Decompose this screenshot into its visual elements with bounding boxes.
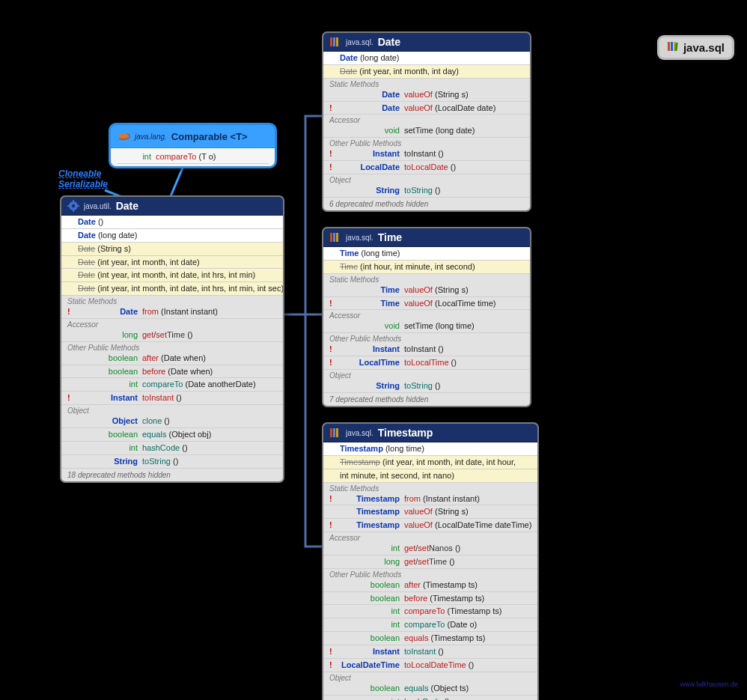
section-header: Other Public Methods xyxy=(323,569,537,579)
package-badge-label: java.sql xyxy=(683,41,725,54)
constructor-row: Date (int year, int month, int date, int… xyxy=(61,269,283,282)
section-header: Object xyxy=(323,174,530,184)
section-header: Object xyxy=(61,405,283,415)
constructor-row: Time (long time) xyxy=(323,247,530,261)
method-row: !InstanttoInstant () xyxy=(61,392,283,405)
card-header: java.sql.Date xyxy=(323,33,530,52)
method-row: booleanbefore (Timestamp ts) xyxy=(323,592,537,606)
method-row: !Datefrom (Instant instant) xyxy=(61,305,283,319)
comparable-pkg: java.lang. xyxy=(135,133,167,141)
svg-rect-9 xyxy=(73,210,74,212)
svg-rect-12 xyxy=(330,37,332,46)
method-row: intget/setNanos () xyxy=(323,542,537,556)
method-row: booleanafter (Timestamp ts) xyxy=(323,579,537,592)
method-row: !InstanttoInstant () xyxy=(323,645,537,659)
method-row: voidsetTime (long time) xyxy=(323,320,530,333)
method-row: inthashCode () xyxy=(323,696,537,701)
svg-rect-8 xyxy=(73,200,74,202)
interfaces-label: Cloneable Serializable xyxy=(58,169,108,190)
section-header: Static Methods xyxy=(323,274,530,284)
class-card-sql-time: java.sql.Time Time (long time)Time (int … xyxy=(322,227,531,407)
books-icon xyxy=(329,36,341,48)
package-badge: java.sql xyxy=(659,37,732,58)
method-row: !LocalTimetoLocalTime () xyxy=(323,356,530,370)
site-url: www.falkhausen.de xyxy=(680,681,738,688)
section-header: Accessor xyxy=(323,532,537,542)
method-row: StringtoString () xyxy=(323,380,530,393)
svg-rect-11 xyxy=(77,205,79,207)
section-header: Static Methods xyxy=(323,483,537,493)
method-row: !TimestampvalueOf (LocalDateTime dateTim… xyxy=(323,519,537,532)
method-row: longget/setTime () xyxy=(61,329,283,342)
gear-icon xyxy=(67,200,79,212)
method-row: booleanequals (Object obj) xyxy=(61,428,283,442)
method-row: TimevalueOf (String s) xyxy=(323,284,530,297)
comparable-name: Comparable xyxy=(171,131,228,142)
method-row: booleanafter (Date when) xyxy=(61,352,283,365)
svg-rect-1 xyxy=(671,42,673,51)
cup-icon xyxy=(118,130,130,143)
class-card-sql-timestamp: java.sql.Timestamp Timestamp (long time)… xyxy=(322,422,539,700)
method-row: int compareTo (T o) xyxy=(117,150,269,164)
svg-rect-18 xyxy=(330,428,332,437)
svg-rect-16 xyxy=(333,233,335,242)
svg-point-7 xyxy=(72,204,75,207)
method-row: !DatevalueOf (LocalDate date) xyxy=(323,102,530,115)
footnote: 6 deprecated methods hidden xyxy=(323,198,530,210)
section-header: Other Public Methods xyxy=(61,342,283,352)
constructor-row: Date (String s) xyxy=(61,243,283,256)
method-row: !LocalDateTimetoLocalDateTime () xyxy=(323,659,537,672)
constructor-row: Date (long date) xyxy=(61,229,283,243)
svg-rect-5 xyxy=(120,133,127,139)
section-header: Object xyxy=(323,672,537,682)
books-icon xyxy=(329,427,341,439)
method-row: intcompareTo (Timestamp ts) xyxy=(323,605,537,618)
svg-rect-14 xyxy=(336,37,338,46)
svg-rect-19 xyxy=(333,428,335,437)
svg-rect-0 xyxy=(668,42,670,51)
constructor-row: Date () xyxy=(61,216,283,229)
section-header: Static Methods xyxy=(61,296,283,305)
constructor-row: Date (int year, int month, int date) xyxy=(61,256,283,270)
method-row: StringtoString () xyxy=(323,184,530,198)
method-row: intcompareTo (Date anotherDate) xyxy=(61,378,283,392)
section-header: Accessor xyxy=(323,115,530,124)
method-row: inthashCode () xyxy=(61,442,283,455)
constructor-row: Timestamp (long time) xyxy=(323,442,537,456)
constructor-row: Date (int year, int month, int day) xyxy=(323,65,530,79)
svg-rect-17 xyxy=(336,233,338,242)
method-row: intcompareTo (Date o) xyxy=(323,618,537,632)
section-header: Other Public Methods xyxy=(323,138,530,147)
constructor-row: Time (int hour, int minute, int second) xyxy=(323,261,530,274)
svg-rect-20 xyxy=(336,428,338,437)
method-row: TimestampvalueOf (String s) xyxy=(323,505,537,519)
constructor-row: Date (long date) xyxy=(323,52,530,65)
method-row: booleanequals (Object ts) xyxy=(323,682,537,696)
section-header: Object xyxy=(323,370,530,380)
method-row: longget/setTime () xyxy=(323,556,537,569)
method-row: Objectclone () xyxy=(61,415,283,428)
comparable-chip: java.lang.Comparable <T> int compareTo (… xyxy=(109,123,277,168)
card-header: java.sql.Time xyxy=(323,228,530,247)
footnote: 7 deprecated methods hidden xyxy=(323,393,530,406)
svg-rect-13 xyxy=(333,37,335,46)
books-icon xyxy=(667,40,679,55)
method-row: !InstanttoInstant () xyxy=(323,147,530,161)
method-row: !Timestampfrom (Instant instant) xyxy=(323,493,537,506)
class-card-util-date: java.util.Date Date ()Date (long date)Da… xyxy=(60,195,284,483)
constructor-row: int minute, int second, int nano) xyxy=(323,469,537,483)
section-header: Accessor xyxy=(323,310,530,320)
comparable-type-param: <T> xyxy=(231,131,248,142)
method-row: booleanequals (Timestamp ts) xyxy=(323,632,537,645)
method-row: DatevalueOf (String s) xyxy=(323,88,530,102)
method-row: !LocalDatetoLocalDate () xyxy=(323,161,530,174)
footnote: 18 deprecated methods hidden xyxy=(61,469,283,481)
books-icon xyxy=(329,231,341,243)
card-header: java.util.Date xyxy=(61,197,283,216)
section-header: Accessor xyxy=(61,319,283,329)
card-header: java.sql.Timestamp xyxy=(323,424,537,442)
class-card-sql-date: java.sql.Date Date (long date)Date (int … xyxy=(322,31,531,212)
section-header: Static Methods xyxy=(323,79,530,88)
method-row: booleanbefore (Date when) xyxy=(61,365,283,379)
constructor-row: Timestamp (int year, int month, int date… xyxy=(323,456,537,469)
